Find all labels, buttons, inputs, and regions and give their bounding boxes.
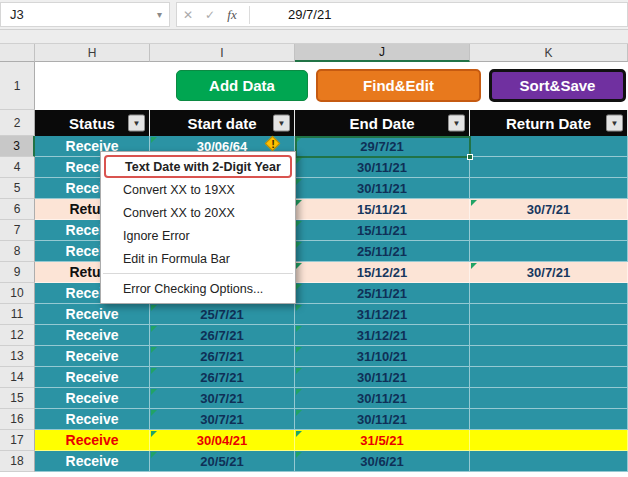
cell-end-date[interactable]: 30/11/21 [295,367,470,388]
menu-separator [103,273,293,274]
header-start-date[interactable]: Start date ▼ [150,110,295,136]
cell-status[interactable]: Receive [35,346,150,367]
cell-end-date[interactable]: 31/10/21 [295,346,470,367]
row-number[interactable]: 16 [0,409,35,430]
cell-start-date[interactable]: 25/7/21 [150,304,295,325]
row-number[interactable]: 17 [0,430,35,451]
cell-end-date[interactable]: 30/11/21 [295,388,470,409]
cell-return-date[interactable] [470,409,628,430]
row-number[interactable]: 4 [0,157,35,178]
menu-item-text-date-2-digit-year[interactable]: Text Date with 2-Digit Year [104,155,292,178]
name-box-dropdown-icon[interactable]: ▾ [157,9,162,20]
row-number[interactable]: 5 [0,178,35,199]
cell-return-date[interactable] [470,451,628,472]
cell-status[interactable]: Receive [35,430,150,451]
cell-return-date[interactable] [470,157,628,178]
cell-return-date[interactable] [470,367,628,388]
cell-return-date[interactable] [470,388,628,409]
add-data-button[interactable]: Add Data [176,70,308,101]
table-row: 16 Receive 30/7/21 30/11/21 [0,409,628,430]
row-number[interactable]: 14 [0,367,35,388]
menu-item-error-checking-options[interactable]: Error Checking Options... [101,277,295,300]
cell-start-date[interactable]: 20/5/21 [150,451,295,472]
header-return-date[interactable]: Return Date ▼ [470,110,628,136]
header-end-date[interactable]: End Date ▼ [295,110,470,136]
cell-return-date[interactable] [470,283,628,304]
menu-item-edit-in-formula-bar[interactable]: Edit in Formula Bar [101,247,295,270]
find-edit-button[interactable]: Find&Edit [316,69,481,102]
cell-end-date[interactable]: 31/5/21 [295,430,470,451]
cell-return-date[interactable] [470,304,628,325]
row-number[interactable]: 15 [0,388,35,409]
formula-input[interactable]: 29/7/21 [256,7,331,22]
cell-end-date[interactable]: 25/11/21 [295,241,470,262]
row-number[interactable]: 13 [0,346,35,367]
row-number[interactable]: 18 [0,451,35,472]
cell-status[interactable]: Receive [35,325,150,346]
cell-status[interactable]: Receive [35,304,150,325]
column-header-k[interactable]: K [470,44,628,62]
cell-status[interactable]: Receive [35,388,150,409]
row-number[interactable]: 6 [0,199,35,220]
cell-return-date[interactable]: 30/7/21 [470,199,628,220]
filter-dropdown-icon[interactable]: ▼ [128,115,145,132]
cell-end-date[interactable]: 30/11/21 [295,409,470,430]
cell-return-date[interactable] [470,325,628,346]
column-header-i[interactable]: I [150,44,295,62]
cell-start-date[interactable]: 30/04/21 [150,430,295,451]
cell-status[interactable]: Receive [35,367,150,388]
row-number[interactable]: 2 [0,110,35,136]
enter-icon[interactable]: ✓ [199,8,221,22]
cell-start-date[interactable]: 26/7/21 [150,367,295,388]
cell-start-date[interactable]: 30/7/21 [150,409,295,430]
cell-return-date[interactable] [470,178,628,199]
row-number[interactable]: 1 [0,62,35,110]
cell-end-date[interactable]: 15/11/21 [295,199,470,220]
header-status-label: Status [69,115,115,132]
cell-start-date[interactable]: 30/7/21 [150,388,295,409]
row-number[interactable]: 10 [0,283,35,304]
filter-dropdown-icon[interactable]: ▼ [273,115,290,132]
cancel-icon[interactable]: ✕ [177,8,199,22]
cell-end-date[interactable]: 30/11/21 [295,157,470,178]
menu-item-convert-20xx[interactable]: Convert XX to 20XX [101,201,295,224]
row-number[interactable]: 12 [0,325,35,346]
cell-end-date[interactable]: 30/6/21 [295,451,470,472]
cell-return-date[interactable] [470,241,628,262]
header-status[interactable]: Status ▼ [35,110,150,136]
filter-dropdown-icon[interactable]: ▼ [606,115,623,132]
menu-item-ignore-error[interactable]: Ignore Error [101,224,295,247]
cell-end-date[interactable]: 31/12/21 [295,304,470,325]
table-row: 8 Receive 25/11/21 [0,241,628,262]
cell-start-date[interactable]: 26/7/21 [150,346,295,367]
cell-return-date[interactable] [470,430,628,451]
cell-start-date[interactable]: 26/7/21 [150,325,295,346]
column-header-j[interactable]: J [295,44,470,62]
cell-end-date[interactable]: 15/12/21 [295,262,470,283]
cell-end-date[interactable]: 25/11/21 [295,283,470,304]
cell-status[interactable]: Receive [35,409,150,430]
column-header-h[interactable]: H [35,44,150,62]
row-number[interactable]: 8 [0,241,35,262]
cell-end-date-selected[interactable]: 29/7/21 [295,136,470,157]
menu-item-convert-19xx[interactable]: Convert XX to 19XX [101,178,295,201]
cell-return-date[interactable] [470,346,628,367]
empty-cell[interactable] [35,62,150,110]
filter-dropdown-icon[interactable]: ▼ [448,115,465,132]
cell-end-date[interactable]: 15/11/21 [295,220,470,241]
sort-save-button[interactable]: Sort&Save [489,69,626,102]
cell-return-date[interactable] [470,136,628,157]
error-warning-icon[interactable]: ! [265,136,281,152]
insert-function-icon[interactable]: fx [221,7,243,23]
cell-status[interactable]: Receive [35,451,150,472]
name-box[interactable]: J3 ▾ [0,2,170,27]
cell-end-date[interactable]: 30/11/21 [295,178,470,199]
cell-return-date[interactable]: 30/7/21 [470,262,628,283]
cell-end-date[interactable]: 31/12/21 [295,325,470,346]
row-number[interactable]: 11 [0,304,35,325]
select-all-corner[interactable] [0,44,35,62]
row-number[interactable]: 3 [0,136,35,157]
cell-return-date[interactable] [470,220,628,241]
row-number[interactable]: 9 [0,262,35,283]
row-number[interactable]: 7 [0,220,35,241]
